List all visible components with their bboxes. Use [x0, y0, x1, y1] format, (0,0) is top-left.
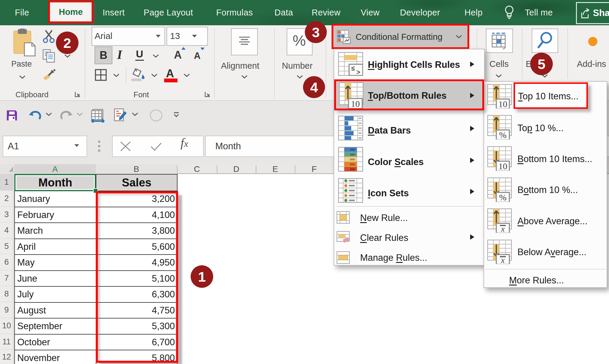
svg-text:x: x: [501, 255, 505, 264]
svg-text:%: %: [499, 192, 507, 202]
svg-text:>: >: [357, 68, 360, 76]
svg-text:%: %: [499, 130, 507, 139]
svg-text:10: 10: [498, 99, 507, 109]
svg-text:≤: ≤: [351, 65, 355, 72]
svg-text:10: 10: [498, 161, 507, 171]
svg-text:x: x: [501, 224, 505, 233]
svg-text:10: 10: [351, 99, 360, 109]
